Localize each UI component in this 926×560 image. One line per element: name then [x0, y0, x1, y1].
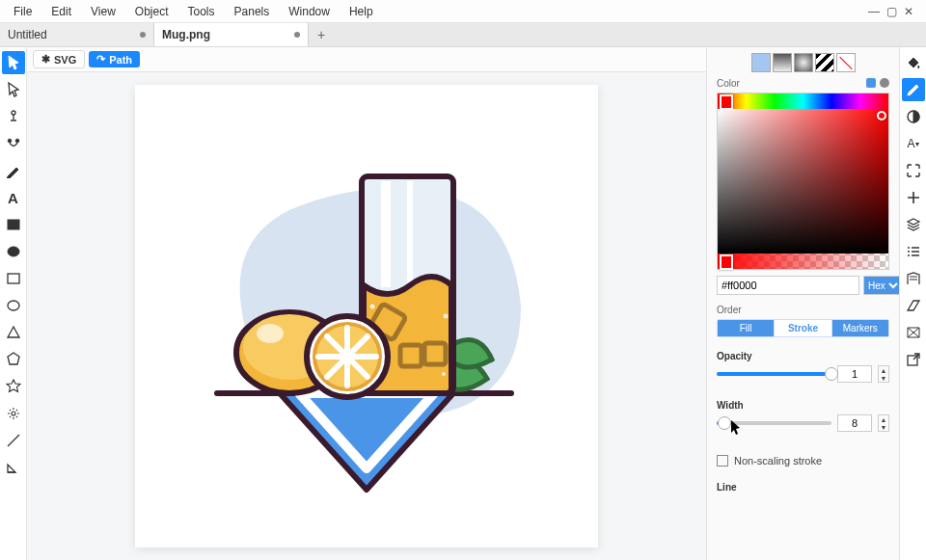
document-tab-untitled[interactable]: Untitled — [0, 23, 154, 46]
alpha-slider[interactable] — [718, 253, 888, 269]
hue-slider[interactable] — [718, 93, 888, 109]
color-picker — [717, 93, 889, 270]
svg-point-2 — [15, 139, 19, 143]
fill-flat-swatch[interactable] — [751, 53, 771, 72]
skew-icon[interactable] — [902, 294, 925, 317]
svg-point-22 — [257, 324, 284, 343]
fill-linear-swatch[interactable] — [773, 53, 792, 72]
opacity-input[interactable] — [837, 365, 872, 383]
curve-tool[interactable] — [2, 132, 25, 155]
sv-thumb[interactable] — [877, 111, 886, 120]
triangle-tool[interactable] — [2, 321, 25, 344]
svg-point-1 — [8, 139, 12, 143]
select-tool[interactable] — [2, 51, 25, 74]
canvas-mode-path[interactable]: ↷ Path — [89, 51, 140, 67]
svg-point-15 — [370, 305, 375, 309]
ellipse-outline-tool[interactable] — [2, 294, 25, 317]
non-scaling-checkbox[interactable] — [717, 455, 728, 467]
list-icon[interactable] — [902, 240, 925, 263]
color-format-select[interactable]: Hex — [863, 276, 899, 295]
new-tab-button[interactable]: + — [309, 23, 334, 46]
svg-point-7 — [12, 412, 15, 415]
canvas-mode-label: Path — [109, 54, 132, 66]
dirty-indicator-icon — [294, 32, 300, 38]
canvas-area[interactable] — [27, 72, 706, 560]
saturation-value-plane[interactable] — [718, 109, 888, 253]
pen-tool[interactable] — [2, 159, 25, 182]
menu-file[interactable]: File — [4, 0, 41, 22]
text-tool[interactable]: A — [2, 186, 25, 209]
order-markers[interactable]: Markers — [832, 320, 888, 336]
type-panel-icon[interactable]: A▾ — [902, 132, 925, 155]
focus-icon[interactable] — [902, 159, 925, 182]
rect-outline-tool[interactable] — [2, 267, 25, 290]
document-tab-label: Untitled — [8, 28, 47, 41]
order-section-label: Order — [717, 305, 889, 315]
line-section-label: Line — [717, 482, 889, 493]
minimize-button[interactable]: — — [866, 4, 882, 19]
fill-type-row — [717, 53, 889, 72]
star-tool[interactable] — [2, 375, 25, 398]
color-chip-current-icon[interactable] — [866, 78, 876, 88]
canvas-toolbar: ✱ SVG ↷ Path — [27, 47, 706, 72]
library-icon[interactable] — [902, 267, 925, 290]
line-tool[interactable] — [2, 429, 25, 452]
opacity-slider-thumb[interactable] — [825, 367, 838, 381]
menu-window[interactable]: Window — [279, 0, 340, 22]
contrast-icon[interactable] — [902, 105, 925, 128]
menu-help[interactable]: Help — [340, 0, 383, 22]
ellipse-tool[interactable] — [2, 240, 25, 263]
canvas-mode-label: SVG — [54, 54, 76, 66]
rectangle-tool[interactable] — [2, 213, 25, 236]
menu-panels[interactable]: Panels — [225, 0, 280, 22]
svg-rect-3 — [8, 220, 19, 229]
menu-tools[interactable]: Tools — [178, 0, 225, 22]
distort-icon[interactable] — [902, 321, 925, 344]
node-tool[interactable] — [2, 105, 25, 128]
close-button[interactable]: ✕ — [901, 4, 916, 19]
svg-point-6 — [8, 301, 19, 310]
maximize-button[interactable]: ▢ — [884, 4, 899, 19]
fill-none-swatch[interactable] — [836, 53, 856, 72]
menu-bar: File Edit View Object Tools Panels Windo… — [0, 0, 926, 23]
order-fill[interactable]: Fill — [718, 320, 775, 336]
add-icon[interactable] — [902, 186, 925, 209]
mouse-cursor-icon — [730, 420, 742, 436]
non-scaling-label: Non-scaling stroke — [734, 455, 822, 467]
direct-select-tool[interactable] — [2, 78, 25, 101]
menu-view[interactable]: View — [81, 0, 125, 22]
menu-edit[interactable]: Edit — [41, 0, 81, 22]
document-tab-strip: Untitled Mug.png + — [0, 23, 926, 47]
artboard[interactable] — [135, 85, 598, 547]
canvas-column: ✱ SVG ↷ Path — [27, 47, 706, 560]
svg-point-29 — [341, 351, 353, 362]
hex-input[interactable] — [717, 276, 859, 295]
paint-order-segment: Fill Stroke Markers — [717, 319, 889, 337]
color-chip-previous-icon[interactable] — [880, 78, 889, 88]
right-toolbox: A▾ — [899, 47, 926, 560]
arc-tool[interactable] — [2, 456, 25, 479]
layers-icon[interactable] — [902, 213, 925, 236]
opacity-stepper[interactable]: ▲▼ — [878, 365, 889, 383]
properties-panel: Color Hex Order Fill Stroke Markers — [706, 47, 899, 560]
svg-point-19 — [442, 372, 446, 376]
polygon-tool[interactable] — [2, 348, 25, 371]
order-stroke[interactable]: Stroke — [775, 320, 831, 336]
dirty-indicator-icon — [140, 32, 146, 38]
fill-radial-swatch[interactable] — [794, 53, 813, 72]
paint-bucket-icon[interactable] — [902, 51, 925, 74]
opacity-slider[interactable] — [717, 372, 831, 376]
svg-point-4 — [8, 247, 19, 256]
color-section-label: Color — [717, 78, 889, 89]
brush-icon[interactable] — [902, 78, 925, 101]
export-icon[interactable] — [902, 348, 925, 371]
canvas-mode-svg[interactable]: ✱ SVG — [33, 50, 85, 68]
svg-rect-5 — [8, 274, 19, 283]
opacity-section-label: Opacity — [717, 351, 889, 361]
fill-pattern-swatch[interactable] — [815, 53, 834, 72]
menu-object[interactable]: Object — [125, 0, 178, 22]
width-input[interactable] — [837, 414, 872, 432]
spiral-tool[interactable] — [2, 402, 25, 425]
width-stepper[interactable]: ▲▼ — [878, 414, 889, 432]
document-tab-mug[interactable]: Mug.png — [154, 23, 309, 46]
